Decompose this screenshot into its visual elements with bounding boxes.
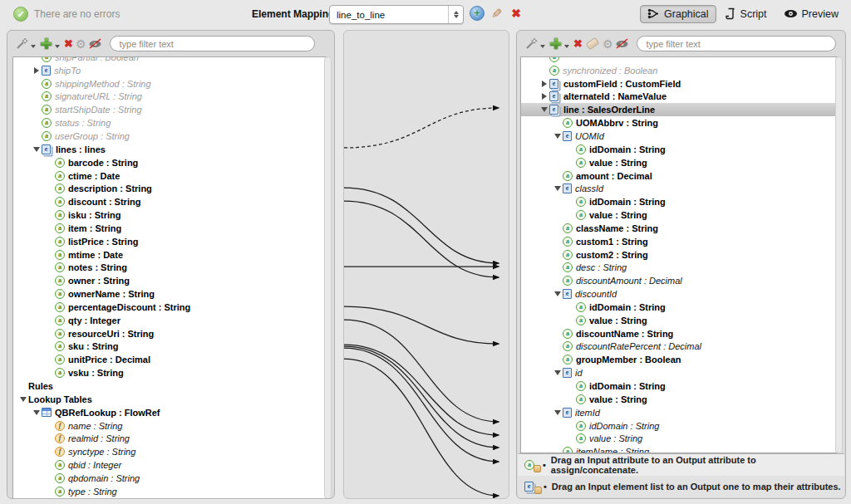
tree-item[interactable]: id: [521, 366, 839, 379]
settings-gear-icon[interactable]: ⚙: [76, 37, 86, 51]
tree-item[interactable]: userGroup : String: [13, 130, 327, 143]
disclosure-triangle[interactable]: [32, 67, 42, 74]
output-filter-field[interactable]: [637, 36, 836, 51]
auto-map-wand-icon[interactable]: [16, 37, 28, 51]
disclosure-triangle[interactable]: [32, 410, 42, 415]
tree-item[interactable]: qbid : Integer: [13, 458, 327, 472]
tree-item[interactable]: type : String: [13, 485, 327, 498]
disclosure-triangle[interactable]: [18, 397, 28, 402]
mapping-connection[interactable]: [344, 108, 499, 148]
mapping-connection[interactable]: [344, 359, 499, 496]
tree-item[interactable]: item : String: [13, 222, 327, 235]
mapping-connection[interactable]: [344, 201, 499, 277]
disclosure-triangle[interactable]: [553, 410, 563, 415]
tree-item[interactable]: customField : CustomField: [521, 77, 839, 91]
tree-item[interactable]: lines : lines: [13, 143, 327, 156]
tree-item[interactable]: description : String: [13, 182, 327, 195]
tree-item[interactable]: amount : Decimal: [521, 169, 839, 183]
disclosure-triangle[interactable]: [553, 370, 563, 375]
tree-item[interactable]: discount : String: [13, 195, 327, 208]
tree-item[interactable]: desc : String: [521, 262, 839, 275]
disclosure-triangle[interactable]: [553, 291, 563, 296]
tree-item[interactable]: notes : String: [13, 262, 327, 275]
tree-item[interactable]: classId: [521, 182, 839, 195]
disclosure-triangle[interactable]: [539, 93, 549, 100]
mapping-connection[interactable]: [344, 306, 499, 344]
input-tree-scrollbar[interactable]: [324, 56, 332, 499]
add-field-icon[interactable]: [549, 37, 562, 51]
tree-item[interactable]: custom1 : String: [521, 235, 839, 248]
mapping-connection[interactable]: [344, 346, 499, 448]
tree-item[interactable]: value : String: [521, 314, 839, 327]
tree-item[interactable]: startShipDate : String: [13, 103, 327, 116]
tree-item[interactable]: status : String: [13, 116, 327, 130]
tree-item[interactable]: shipPartial : Boolean: [13, 56, 327, 64]
tree-item[interactable]: barcode : String: [13, 156, 327, 169]
tree-item[interactable]: idDomain : String: [521, 419, 839, 433]
dropdown-caret-icon[interactable]: [31, 45, 36, 48]
delete-icon[interactable]: ✖: [573, 37, 583, 51]
tree-item[interactable]: UOMId: [521, 130, 839, 143]
mapping-connection[interactable]: [344, 348, 499, 462]
tree-item[interactable]: groupMember : Boolean: [521, 353, 839, 366]
settings-gear-icon[interactable]: ⚙: [603, 37, 613, 51]
auto-map-wand-icon[interactable]: [525, 37, 538, 51]
disclosure-triangle[interactable]: [539, 81, 549, 87]
tree-item[interactable]: custom2 : String: [521, 248, 839, 262]
tree-item[interactable]: idDomain : String: [521, 143, 839, 156]
tree-item[interactable]: QBRefLookup : FlowRef: [13, 406, 327, 419]
tree-item[interactable]: discountRatePercent : Decimal: [521, 340, 839, 354]
tree-item[interactable]: value : String: [521, 208, 839, 222]
tree-item[interactable]: line : SalesOrderLine: [521, 103, 839, 116]
add-field-icon[interactable]: [40, 37, 52, 51]
disclosure-triangle[interactable]: [553, 134, 563, 139]
tree-item[interactable]: idDomain : String: [521, 379, 839, 393]
delete-icon[interactable]: ✖: [64, 37, 73, 51]
tree-item[interactable]: value : String: [521, 432, 839, 445]
tree-item[interactable]: discountName : String: [521, 327, 839, 340]
disclosure-triangle[interactable]: [32, 147, 42, 152]
tree-item[interactable]: name : String: [13, 419, 327, 433]
hide-unmapped-eye-icon[interactable]: [615, 37, 629, 51]
tree-item[interactable]: value : String: [521, 393, 839, 406]
tab-script[interactable]: Script: [718, 4, 775, 23]
tree-item[interactable]: synchronized : Boolean: [521, 64, 839, 77]
tree-item[interactable]: Rules: [13, 379, 327, 393]
disclosure-triangle[interactable]: [539, 107, 549, 112]
dropdown-caret-icon[interactable]: [55, 45, 60, 48]
dropdown-caret-icon[interactable]: [540, 45, 545, 48]
tab-graphical[interactable]: Graphical: [640, 5, 716, 23]
disclosure-triangle[interactable]: [553, 186, 563, 191]
tree-item[interactable]: qty : Integer: [13, 314, 327, 327]
tree-item[interactable]: synctype : String: [13, 445, 327, 458]
tree-item[interactable]: realmid : String: [13, 432, 327, 445]
tab-preview[interactable]: Preview: [776, 5, 846, 23]
tree-item[interactable]: owner : String: [13, 274, 327, 287]
tree-item[interactable]: isku : String: [13, 208, 327, 222]
tree-item[interactable]: qbdomain : String: [13, 472, 327, 485]
tree-item[interactable]: ctime : Date: [13, 169, 327, 183]
hide-unmapped-eye-icon[interactable]: [88, 37, 102, 51]
element-mapping-select[interactable]: line_to_line: [329, 5, 464, 24]
mapping-connection[interactable]: [344, 188, 499, 263]
tree-item[interactable]: alternateId : NameValue: [521, 91, 839, 104]
tree-item[interactable]: itemName : String: [521, 445, 839, 453]
tree-item[interactable]: discountAmount : Decimal: [521, 274, 839, 287]
tree-item[interactable]: shipTo: [13, 64, 327, 77]
tree-item[interactable]: mtime : Date: [13, 248, 327, 262]
tree-item[interactable]: listPrice : String: [13, 235, 327, 248]
delete-mapping-button[interactable]: ✖: [508, 5, 524, 22]
tree-item[interactable]: resourceUri : String: [13, 327, 327, 340]
tree-item[interactable]: UOMAbbrv : String: [521, 116, 839, 130]
tree-item[interactable]: Lookup Tables: [13, 393, 327, 406]
tree-item[interactable]: discountId: [521, 287, 839, 301]
tree-item[interactable]: [521, 56, 839, 64]
dropdown-caret-icon[interactable]: [564, 45, 569, 48]
eraser-icon[interactable]: [585, 37, 600, 51]
add-mapping-button[interactable]: +: [469, 5, 485, 22]
edit-mapping-button[interactable]: ✎: [489, 5, 505, 22]
tree-item[interactable]: unitPrice : Decimal: [13, 353, 327, 366]
mapping-connection[interactable]: [344, 320, 499, 422]
tree-item[interactable]: className : String: [521, 222, 839, 235]
tree-item[interactable]: sku : String: [13, 340, 327, 354]
